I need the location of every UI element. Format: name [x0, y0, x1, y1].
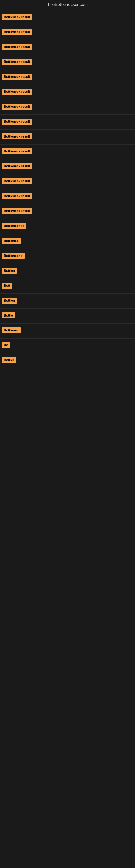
result-row: Bottlenec [0, 234, 135, 249]
result-row: Bottler [0, 353, 135, 368]
bottleneck-result-badge[interactable]: Bottleneck result [2, 178, 32, 184]
result-row: Bottleneck result [0, 100, 135, 115]
result-row: Bottleneck result [0, 70, 135, 85]
site-title: TheBottlenecker.com [0, 0, 135, 10]
bottleneck-result-badge[interactable]: Bottleneck result [2, 44, 32, 50]
bottleneck-result-badge[interactable]: Bott [2, 283, 12, 289]
bottleneck-result-badge[interactable]: Bottleneck result [2, 133, 32, 140]
result-row: Bottleneck result [0, 55, 135, 70]
result-row: Bottleneck result [0, 40, 135, 55]
bottleneck-result-badge[interactable]: Bottleneck result [2, 193, 32, 199]
bottleneck-result-badge[interactable]: Bottleneck result [2, 89, 32, 95]
bottleneck-result-badge[interactable]: Bottlen [2, 268, 17, 274]
result-row: Bottleneck result [0, 159, 135, 175]
result-row: Bottleneck r [0, 249, 135, 264]
result-row: Bottleneck result [0, 175, 135, 189]
result-row: Bottleneck result [0, 189, 135, 204]
bottleneck-result-badge[interactable]: Bottleneck result [2, 148, 32, 154]
bottleneck-result-badge[interactable]: Bottleneck re [2, 223, 27, 229]
result-row: Bottle [0, 309, 135, 323]
result-row: Bo [0, 339, 135, 353]
result-row: Bottleneck result [0, 10, 135, 25]
result-row: Bott [0, 279, 135, 294]
bottleneck-result-badge[interactable]: Bottle [2, 312, 15, 318]
bottleneck-result-badge[interactable]: Bottlen [2, 298, 17, 304]
result-row: Bottleneck result [0, 204, 135, 219]
bottleneck-result-badge[interactable]: Bottler [2, 357, 16, 363]
result-row: Bottleneck result [0, 85, 135, 100]
result-row: Bottlen [0, 294, 135, 309]
result-row: Bottleneck result [0, 130, 135, 145]
result-row: Bottleneck result [0, 145, 135, 159]
result-row: Bottlen [0, 264, 135, 279]
bottleneck-result-badge[interactable]: Bottleneck result [2, 104, 32, 110]
bottleneck-result-badge[interactable]: Bottleneck result [2, 14, 32, 20]
bottleneck-result-badge[interactable]: Bottlenec [2, 238, 21, 244]
result-row: Bottleneck re [0, 219, 135, 234]
bottleneck-result-badge[interactable]: Bottleneck result [2, 59, 32, 65]
bottleneck-result-badge[interactable]: Bottleneck result [2, 74, 32, 80]
bottleneck-result-badge[interactable]: Bottleneck result [2, 119, 32, 124]
bottleneck-result-badge[interactable]: Bottleneck r [2, 253, 25, 259]
result-row: Bottleneck result [0, 115, 135, 130]
bottleneck-result-badge[interactable]: Bottleneck result [2, 163, 32, 169]
result-row: Bottlenec [0, 323, 135, 339]
bottleneck-result-badge[interactable]: Bo [2, 342, 10, 348]
bottleneck-result-badge[interactable]: Bottleneck result [2, 208, 32, 214]
bottleneck-result-badge[interactable]: Bottleneck result [2, 29, 32, 35]
bottleneck-result-badge[interactable]: Bottlenec [2, 328, 21, 333]
result-row: Bottleneck result [0, 25, 135, 40]
